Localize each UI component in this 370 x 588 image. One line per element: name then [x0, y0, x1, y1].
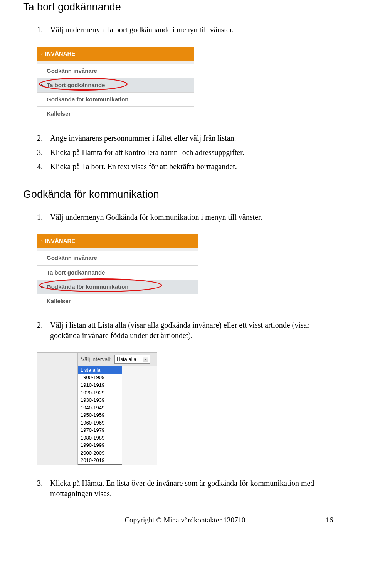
interval-option[interactable]: 1900-1909 [78, 374, 122, 381]
section1-steps: 1.Välj undermenyn Ta bort godkännande i … [37, 25, 333, 35]
footer-page-number: 16 [326, 515, 333, 525]
interval-option[interactable]: 1960-1969 [78, 419, 122, 427]
page-footer: Copyright © Mina vårdkontakter 130710 16 [37, 515, 333, 525]
interval-option[interactable]: 1910-1919 [78, 381, 122, 389]
step-item: 2.Ange invånarens personnummer i fältet … [37, 133, 333, 143]
chevron-right-icon: › [41, 51, 43, 57]
interval-option[interactable]: 1920-1929 [78, 389, 122, 397]
interval-option-list: Lista alla 1900-1909 1910-1919 1920-1929… [78, 366, 122, 465]
section2-steps-c: 3.Klicka på Hämta. En lista över de invå… [37, 478, 333, 499]
interval-option[interactable]: 1930-1939 [78, 396, 122, 404]
interval-option[interactable]: 2010-2019 [78, 457, 122, 464]
interval-label: Välj intervall: [81, 356, 111, 363]
menu-item-kallelser[interactable]: Kallelser [37, 107, 194, 121]
menu-item-godkanda-kommunikation[interactable]: ▸ Godkända för kommunikation [37, 280, 198, 294]
section1-title: Ta bort godkännande [23, 0, 333, 14]
chevron-right-icon: › [41, 238, 43, 244]
interval-option[interactable]: 1970-1979 [78, 426, 122, 434]
menu-item-ta-bort-godkannande[interactable]: Ta bort godkännande [37, 266, 198, 280]
caret-right-icon: ▸ [41, 83, 43, 88]
caret-right-icon: ▸ [41, 284, 43, 290]
step-item: 2.Välj i listan att Lista alla (visar al… [37, 320, 333, 341]
section2-steps-b: 2.Välj i listan att Lista alla (visar al… [37, 320, 333, 341]
menu-item-kallelser[interactable]: Kallelser [37, 294, 198, 308]
menu-header-label: INVÅNARE [45, 237, 75, 245]
menu-header[interactable]: › INVÅNARE [37, 47, 194, 61]
step-item: 3.Klicka på Hämta. En lista över de invå… [37, 478, 333, 499]
interval-option[interactable]: 2000-2009 [78, 449, 122, 457]
step-item: 1.Välj undermenyn Godkända för kommunika… [37, 212, 333, 222]
interval-option[interactable]: 1990-1999 [78, 441, 122, 449]
menu-invanare-1: › INVÅNARE Godkänn invånare ▸ Ta bort go… [37, 47, 194, 121]
menu-item-ta-bort-godkannande[interactable]: ▸ Ta bort godkännande [37, 78, 194, 93]
footer-copyright: Copyright © Mina vårdkontakter 130710 [124, 516, 245, 524]
menu-item-godkanda-kommunikation[interactable]: Godkända för kommunikation [37, 93, 194, 107]
dropdown-arrow-icon: ▾ [143, 357, 148, 362]
section2-steps-a: 1.Välj undermenyn Godkända för kommunika… [37, 212, 333, 222]
menu-header-label: INVÅNARE [45, 50, 75, 57]
interval-option[interactable]: 1940-1949 [78, 404, 122, 412]
step-item: 1.Välj undermenyn Ta bort godkännande i … [37, 25, 333, 35]
menu-invanare-2: › INVÅNARE Godkänn invånare Ta bort godk… [37, 234, 198, 308]
interval-option[interactable]: 1980-1989 [78, 434, 122, 442]
step-item: 4.Klicka på Ta bort. En text visas för a… [37, 162, 333, 172]
interval-option[interactable]: 1950-1959 [78, 411, 122, 419]
interval-picker: Välj intervall: Lista alla ▾ Lista alla … [37, 352, 157, 465]
menu-item-godkann-invanare[interactable]: Godkänn invånare [37, 64, 194, 78]
interval-dropdown[interactable]: Lista alla ▾ [114, 355, 150, 364]
interval-top-row: Välj intervall: Lista alla ▾ [78, 353, 157, 366]
step-item: 3.Klicka på Hämta för att kontrollera na… [37, 147, 333, 158]
interval-dropdown-value: Lista alla [116, 356, 136, 363]
menu-header[interactable]: › INVÅNARE [37, 234, 198, 248]
section1-steps-cont: 2.Ange invånarens personnummer i fältet … [37, 133, 333, 172]
menu-item-godkann-invanare[interactable]: Godkänn invånare [37, 251, 198, 265]
section2-title: Godkända för kommunikation [23, 187, 333, 201]
interval-option[interactable]: Lista alla [78, 366, 122, 374]
